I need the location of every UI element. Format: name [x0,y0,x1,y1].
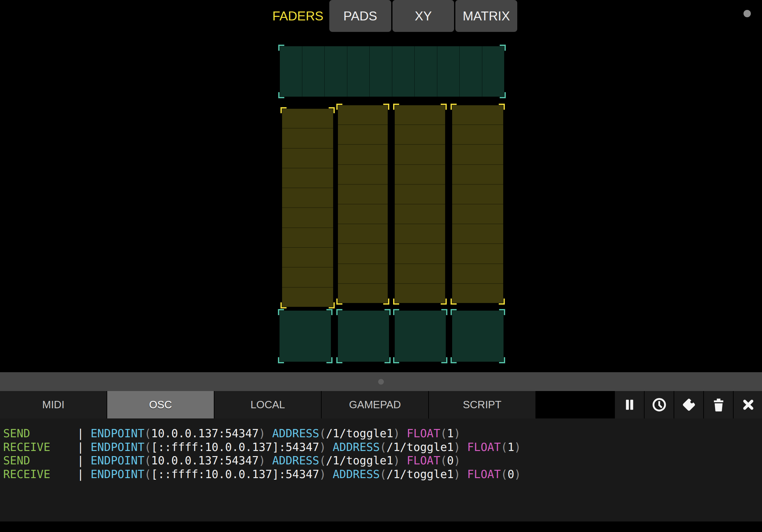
status-dot-icon [743,10,751,17]
selection-brackets-icon [393,309,447,363]
tab-pads[interactable]: PADS [329,0,391,32]
tab-xy[interactable]: XY [393,0,454,32]
tab-matrix[interactable]: MATRIX [455,0,517,32]
log-line: RECEIVE| ENDPOINT([::ffff:10.0.0.137]:54… [3,440,762,454]
close-icon [740,396,757,413]
selection-brackets-icon [278,309,333,363]
tab-faders[interactable]: FADERS [267,0,329,32]
pad-2[interactable] [338,311,389,362]
fader-3[interactable] [395,105,445,303]
radio-strip-horizontal[interactable] [280,46,504,97]
timestamp-button[interactable] [645,391,674,419]
pad-4[interactable] [452,311,503,362]
app-screen: FADERS PADS XY MATRIX MIDI OSC LOCAL GAM… [0,0,762,532]
clock-icon [651,396,667,413]
trash-button[interactable] [704,391,733,419]
console-tab-midi[interactable]: MIDI [0,391,107,419]
fader-1[interactable] [282,109,333,307]
pad-3[interactable] [395,311,446,362]
console-tabbar: MIDI OSC LOCAL GAMEPAD SCRIPT [0,391,762,419]
console-tab-local[interactable]: LOCAL [214,391,321,419]
fader-4[interactable] [452,105,503,303]
log-line: SEND| ENDPOINT(10.0.0.137:54347) ADDRESS… [3,454,762,468]
log-line: RECEIVE| ENDPOINT([::ffff:10.0.0.137]:54… [3,468,762,481]
console-tab-osc[interactable]: OSC [107,391,214,419]
console-splitter[interactable] [0,372,762,391]
tag-button[interactable] [674,391,703,419]
pause-button[interactable] [615,391,644,419]
console-tab-script[interactable]: SCRIPT [429,391,535,419]
tag-icon [681,396,697,413]
fader-2[interactable] [338,105,388,303]
pad-1[interactable] [279,311,331,362]
log-area[interactable]: SEND| ENDPOINT(10.0.0.137:54347) ADDRESS… [0,419,762,521]
log-line: SEND| ENDPOINT(10.0.0.137:54347) ADDRESS… [3,427,762,440]
selection-brackets-icon [336,309,391,363]
trash-icon [710,396,727,413]
splitter-handle-icon [378,379,384,385]
console-tab-gamepad[interactable]: GAMEPAD [322,391,428,419]
pause-icon [621,396,638,413]
close-button[interactable] [733,391,762,419]
selection-brackets-icon [451,309,505,363]
